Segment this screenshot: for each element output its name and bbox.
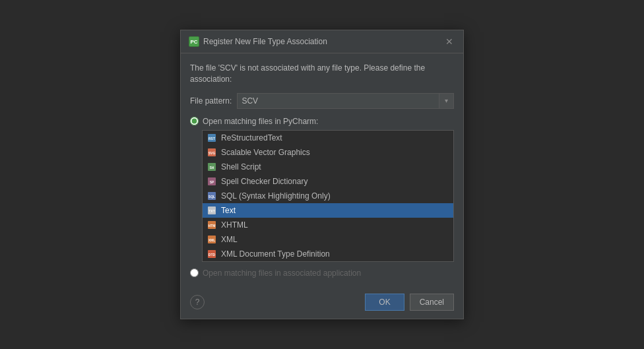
svg-text:XML: XML — [209, 238, 216, 242]
ok-button[interactable]: OK — [365, 294, 404, 311]
dialog-title: Register New File Type Association — [203, 37, 327, 46]
xml-icon: XML — [207, 234, 217, 245]
sql-icon: SQL — [207, 191, 217, 201]
svg-icon: SVG — [207, 147, 217, 158]
list-item[interactable]: RST ReStructuredText — [203, 131, 453, 145]
file-type-list: RST ReStructuredText SVG Scalable Vector… — [203, 131, 453, 261]
close-button[interactable]: ✕ — [443, 36, 455, 48]
cancel-button[interactable]: Cancel — [410, 294, 454, 311]
list-item[interactable]: SQL SQL (Syntax Highlighting Only) — [203, 189, 453, 203]
help-button[interactable]: ? — [190, 295, 205, 309]
svg-text:DTD: DTD — [209, 253, 216, 257]
description-text: The file 'SCV' is not associated with an… — [190, 63, 454, 85]
dtd-icon: DTD — [207, 249, 217, 259]
file-type-name: Text — [221, 206, 236, 215]
open-in-pycharm-row: Open matching files in PyCharm: — [190, 117, 454, 126]
file-type-name: XML — [221, 235, 238, 244]
svg-text:TXT: TXT — [209, 209, 214, 213]
file-list-container: RST ReStructuredText SVG Scalable Vector… — [202, 130, 454, 262]
dialog-body: The file 'SCV' is not associated with an… — [181, 53, 463, 294]
rst-icon: RST — [207, 133, 217, 143]
text-icon: TXT — [207, 205, 217, 216]
file-pattern-row: File pattern: ▾ — [190, 93, 454, 109]
list-item[interactable]: SVG Scalable Vector Graphics — [203, 145, 453, 160]
file-type-name: Scalable Vector Graphics — [221, 148, 310, 157]
list-item[interactable]: TXT Text — [203, 203, 453, 218]
shell-icon: SH — [207, 162, 217, 172]
spell-icon: SP — [207, 176, 217, 187]
file-type-name: ReStructuredText — [221, 133, 282, 143]
open-in-pycharm-radio[interactable] — [190, 117, 199, 125]
list-item[interactable]: XML XML — [203, 232, 453, 247]
list-item[interactable]: SH Shell Script — [203, 160, 453, 174]
open-in-associated-row: Open matching files in associated applic… — [190, 269, 454, 278]
open-in-associated-radio[interactable] — [190, 269, 199, 277]
svg-text:SQL: SQL — [209, 195, 215, 199]
svg-text:SVG: SVG — [209, 151, 216, 155]
file-pattern-label: File pattern: — [190, 96, 232, 106]
file-type-name: XML Document Type Definition — [221, 249, 330, 259]
open-in-associated-label: Open matching files in associated applic… — [203, 269, 361, 278]
list-item[interactable]: HTM XHTML — [203, 218, 453, 232]
dialog-footer: ? OK Cancel — [181, 294, 463, 319]
footer-buttons: OK Cancel — [365, 294, 454, 311]
pc-icon: PC — [189, 36, 199, 47]
svg-text:SP: SP — [210, 180, 214, 184]
svg-text:RST: RST — [209, 137, 215, 141]
file-pattern-input[interactable] — [238, 94, 439, 108]
title-bar-left: PC Register New File Type Association — [189, 36, 327, 47]
file-type-name: Shell Script — [221, 162, 261, 172]
svg-text:HTM: HTM — [209, 224, 216, 228]
file-type-name: Spell Checker Dictionary — [221, 177, 307, 186]
file-pattern-input-wrapper: ▾ — [237, 93, 454, 109]
file-pattern-dropdown[interactable]: ▾ — [439, 94, 453, 108]
svg-text:SH: SH — [210, 166, 214, 170]
open-in-pycharm-label: Open matching files in PyCharm: — [203, 117, 318, 126]
xhtml-icon: HTM — [207, 220, 217, 230]
file-type-name: SQL (Syntax Highlighting Only) — [221, 191, 331, 201]
list-item[interactable]: SP Spell Checker Dictionary — [203, 174, 453, 189]
file-type-name: XHTML — [221, 220, 248, 230]
list-item[interactable]: DTD XML Document Type Definition — [203, 247, 453, 261]
title-bar: PC Register New File Type Association ✕ — [181, 30, 463, 53]
dialog: PC Register New File Type Association ✕ … — [180, 30, 464, 319]
